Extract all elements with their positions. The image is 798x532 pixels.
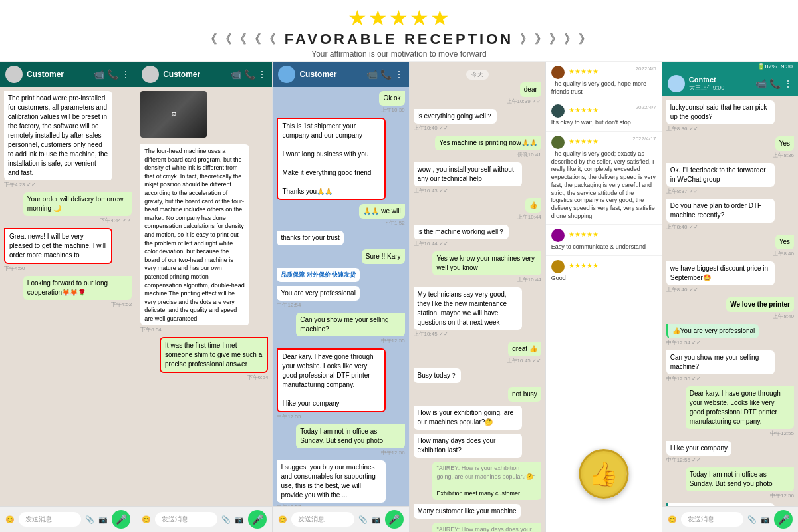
camera-icon[interactable]: 📷	[235, 515, 244, 524]
chat-body-5[interactable]: luckyconsol said that he can pick up the…	[662, 96, 798, 506]
contact-name-2: Customer	[163, 70, 225, 79]
right-arrows: 》》》》》	[520, 31, 593, 47]
message-bubble: "AIIREY: How many days does your exhibit…	[432, 523, 541, 532]
send-button-2[interactable]: 🎤	[248, 510, 267, 529]
message-input-3[interactable]: 发送消息	[291, 512, 354, 527]
msg-row: How is your exhibition going, are our ma…	[414, 406, 541, 430]
msg-time: 上午10:44	[517, 276, 541, 283]
msg-row: Many customer like your machine	[414, 504, 541, 519]
message-bubble: we have biggest discount price in Septem…	[666, 261, 775, 285]
chat-body-2[interactable]: 🖼 The four-head machine uses a different…	[136, 87, 272, 506]
msg-time: 中午12:55 ✓✓	[666, 456, 701, 464]
msg-row: Yes we know your machines very well you …	[414, 251, 541, 283]
title-text: FAVORABLE RECEPTION	[285, 31, 514, 48]
msg-row: 👍You are very professional 中午12:54 ✓✓	[666, 324, 794, 346]
msg-row: How many days does your exhibition last?	[414, 434, 541, 458]
message-bubble: Ok ok	[379, 91, 404, 106]
msg-row: Today I am not in office as Sunday. But …	[277, 424, 404, 456]
attach-icon[interactable]: 📎	[221, 515, 231, 524]
message-input-2[interactable]: 发送消息	[155, 512, 217, 527]
msg-row: not busy	[414, 387, 541, 402]
msg-row: 👍 上午10:44	[414, 198, 541, 221]
msg-time: 中午12:55 ✓✓	[666, 375, 701, 382]
review-item: ★★★★★ Easy to communicate & understand	[546, 225, 662, 256]
header-section: ★★★★★ 《《《《《 FAVORABLE RECEPTION 》》》》》 Yo…	[0, 0, 798, 61]
thumbs-badge-container: 👍	[579, 449, 628, 499]
message-bubble: wow , you install yourself without any o…	[414, 162, 522, 186]
message-bubble: 您I suggest you buy our machines and cons…	[666, 503, 775, 506]
message-bubble: The print head were pre-installed for cu…	[4, 91, 112, 180]
review-text: The quality is very good; exactly as des…	[551, 150, 656, 220]
review-item: ★★★★★ Good	[546, 256, 662, 287]
emoji-icon[interactable]: 😊	[142, 515, 151, 524]
send-button-1[interactable]: 🎤	[112, 510, 130, 529]
review-text: It's okay to wait, but don't stop	[551, 119, 656, 127]
star-rating: ★★★★★	[0, 5, 798, 31]
msg-time: 下午4:52	[111, 301, 132, 308]
attach-icon[interactable]: 📎	[358, 515, 368, 524]
attach-icon[interactable]: 📎	[747, 515, 757, 524]
msg-row: Dear kary. I have gone through your webs…	[277, 348, 404, 420]
msg-row: Sure !! Kary	[277, 249, 404, 264]
chat-panel-4: 今天 dear 上午10:39 ✓✓ is everything going w…	[410, 62, 546, 532]
msg-time: 上午10:44 ✓✓	[414, 240, 448, 247]
emoji-icon[interactable]: 😊	[278, 515, 287, 524]
emoji-icon[interactable]: 😊	[668, 515, 677, 524]
send-button-3[interactable]: 🎤	[385, 510, 404, 529]
message-bubble: Sure !! Kary	[362, 249, 405, 264]
msg-time: 下午4:23 ✓✓	[4, 181, 36, 188]
review-date: 2022/4/7	[636, 104, 656, 110]
message-input-5[interactable]: 发送消息	[681, 512, 743, 527]
chat-body-1[interactable]: The print head were pre-installed for cu…	[0, 87, 136, 506]
message-bubble: Can you show me your selling machine?	[666, 350, 775, 374]
message-bubble: We love the printer	[726, 297, 794, 312]
image-message: 🖼	[140, 91, 207, 138]
chat-body-4[interactable]: 今天 dear 上午10:39 ✓✓ is everything going w…	[410, 62, 545, 532]
subtitle-text: Your affirmation is our motivation to mo…	[0, 49, 798, 59]
emoji-icon[interactable]: 😊	[5, 515, 15, 524]
msg-row: My technicians say very good, they like …	[414, 287, 541, 338]
message-bubble: Looking forward to our long cooperation🦊…	[23, 276, 132, 300]
review-stars: ★★★★★	[569, 138, 598, 145]
msg-time: 上午10:44	[517, 213, 541, 221]
msg-row: Do you have plan to order DTF machine re…	[666, 199, 794, 231]
camera-icon[interactable]: 📷	[98, 515, 108, 524]
message-bubble: 品质保障 对外保价 快速发货	[277, 268, 360, 282]
msg-row: dear 上午10:39 ✓✓	[414, 82, 541, 105]
message-bubble: Can you show me your selling machine?	[296, 313, 404, 336]
message-bubble: is the machine working well？	[414, 225, 509, 239]
msg-row: luckyconsol said that he can pick up the…	[666, 100, 794, 132]
message-bubble: Yes machine is printing now🙏🙏	[435, 136, 541, 150]
message-input-1[interactable]: 发送消息	[19, 512, 81, 527]
message-bubble-highlight: Dear kary. I have gone through your webs…	[277, 348, 385, 412]
msg-time: 中午12:55	[381, 337, 405, 344]
chat-body-3[interactable]: Ok ok 上午10:39 This is 1st shipment your …	[273, 87, 408, 506]
message-bubble: Yes	[775, 136, 794, 151]
message-bubble: thanks for your trust	[277, 231, 343, 245]
msg-row: Your order will delivery tomorrow mornin…	[4, 192, 132, 224]
review-text: Good	[551, 275, 656, 283]
camera-icon[interactable]: 📷	[372, 515, 381, 524]
message-bubble: My technicians say very good, they like …	[414, 287, 522, 330]
msg-row: It was the first time I met someone shim…	[140, 337, 268, 381]
msg-row: Can you show me your selling machine? 中午…	[277, 313, 404, 344]
message-bubble: Ok. I'll feedback to the forwarder in We…	[666, 163, 775, 187]
msg-time: 上午10:39	[381, 106, 405, 114]
message-bubble: great 👍	[508, 342, 541, 356]
review-stars: ★★★★★	[569, 231, 598, 239]
msg-time: 上午8:40	[773, 313, 794, 320]
msg-row: thanks for your trust	[277, 231, 404, 245]
msg-row: we have biggest discount price in Septem…	[666, 261, 794, 293]
review-date: 2022/4/17	[632, 136, 656, 142]
message-bubble-highlight: It was the first time I met someone shim…	[160, 337, 268, 373]
message-bubble: 🙏🙏 we will	[359, 204, 404, 219]
battery-icon: 🔋87%	[757, 63, 777, 70]
msg-time: 上午10:43 ✓✓	[414, 187, 448, 194]
message-bubble: Yes	[775, 235, 794, 249]
send-button-5[interactable]: 🎤	[774, 510, 793, 529]
message-bubble: How many days does your exhibition last?	[414, 434, 522, 458]
camera-icon[interactable]: 📷	[761, 515, 770, 524]
message-bubble: 👍	[525, 198, 541, 213]
attach-icon[interactable]: 📎	[85, 515, 94, 524]
message-bubble: Busy today？	[414, 368, 461, 383]
